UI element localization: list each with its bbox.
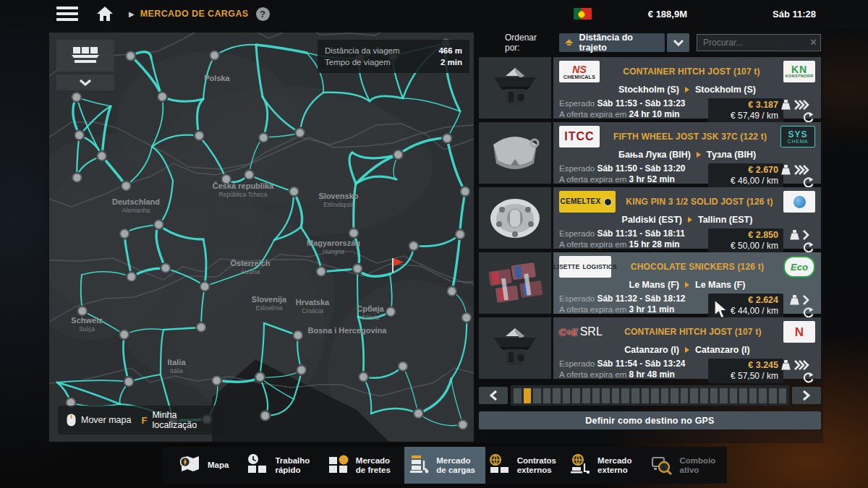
map-city-node[interactable] xyxy=(211,374,223,386)
page-block[interactable] xyxy=(700,388,708,403)
page-block[interactable] xyxy=(631,388,639,403)
map-city-node[interactable] xyxy=(209,50,221,61)
sort-dropdown-button[interactable] xyxy=(667,33,689,52)
page-block[interactable] xyxy=(651,388,659,403)
cargo-offer-row[interactable]: CEMELTEXKING PIN 3 1/2 SOLID JOST (126 t… xyxy=(479,187,821,249)
map-city-node[interactable] xyxy=(392,149,404,160)
map-city-node[interactable] xyxy=(348,227,359,239)
map-city-node[interactable] xyxy=(397,361,409,372)
help-icon[interactable]: ? xyxy=(256,7,270,21)
page-block[interactable] xyxy=(720,388,728,403)
cargo-image-fifth-wheel[interactable] xyxy=(479,122,551,184)
search-input[interactable] xyxy=(697,34,821,51)
map-city-node[interactable] xyxy=(254,372,265,383)
cargo-offer-row[interactable]: LISETTELOGISTICSCHOCOLATE SNICKERS (126 … xyxy=(479,252,821,314)
map-city-node[interactable] xyxy=(125,50,137,61)
page-block[interactable] xyxy=(690,388,698,403)
page-block[interactable] xyxy=(769,388,777,403)
page-block[interactable] xyxy=(681,388,689,403)
map-city-node[interactable] xyxy=(71,91,82,103)
map-city-node[interactable] xyxy=(258,132,269,143)
cargo-image-container-hitch[interactable] xyxy=(479,317,551,379)
map-city-node[interactable] xyxy=(260,410,271,421)
map-city-node[interactable] xyxy=(126,271,137,283)
page-block[interactable] xyxy=(543,388,551,403)
map-city-node[interactable] xyxy=(408,240,420,252)
map-city-node[interactable] xyxy=(195,322,207,333)
tab-mercado-de-fretes[interactable]: Mercado de fretes xyxy=(324,447,404,484)
map-city-node[interactable] xyxy=(288,186,299,197)
tab-trabalho-r-pido[interactable]: Trabalho rápido xyxy=(243,447,323,484)
map-city-node[interactable] xyxy=(156,91,168,103)
clear-search-icon[interactable]: ✕ xyxy=(809,37,817,48)
map-city-node[interactable] xyxy=(120,180,132,192)
map-city-node[interactable] xyxy=(96,150,108,162)
map-city-node[interactable] xyxy=(119,228,130,239)
map-city-node[interactable] xyxy=(243,169,255,181)
set-gps-destination-button[interactable]: Definir como destino no GPS xyxy=(479,411,821,429)
map-city-node[interactable] xyxy=(294,127,306,139)
prev-page-button[interactable] xyxy=(479,387,508,404)
page-block[interactable] xyxy=(642,388,650,403)
page-block[interactable] xyxy=(514,388,522,403)
map-city-node[interactable] xyxy=(412,408,424,419)
page-block[interactable] xyxy=(572,388,580,403)
menu-icon[interactable] xyxy=(56,7,78,21)
map-city-node[interactable] xyxy=(446,286,458,297)
map-panel[interactable]: PolskaDeutschlandAlemanhaČeská republika… xyxy=(49,33,474,442)
map-city-node[interactable] xyxy=(123,376,135,388)
europe-map[interactable]: PolskaDeutschlandAlemanhaČeská republika… xyxy=(49,33,474,442)
page-block[interactable] xyxy=(582,388,590,403)
map-city-node[interactable] xyxy=(357,371,369,382)
map-city-node[interactable] xyxy=(459,186,471,197)
home-icon[interactable] xyxy=(95,5,114,22)
cargo-image-container-hitch[interactable] xyxy=(479,57,551,119)
page-block[interactable] xyxy=(612,388,620,403)
page-block[interactable] xyxy=(749,388,757,403)
tab-mercado-externo[interactable]: Mercado externo xyxy=(566,447,646,484)
map-city-node[interactable] xyxy=(160,262,171,274)
trailer-config-button[interactable] xyxy=(56,40,114,72)
map-city-node[interactable] xyxy=(77,305,88,317)
map-city-node[interactable] xyxy=(74,129,85,141)
map-city-node[interactable] xyxy=(71,172,82,184)
page-block[interactable] xyxy=(621,388,629,403)
cargo-offer-row[interactable]: NSCHEMICALSCONTAINER HITCH JOST (107 t)K… xyxy=(479,57,821,119)
page-block[interactable] xyxy=(661,388,669,403)
map-city-node[interactable] xyxy=(385,306,396,317)
map-city-node[interactable] xyxy=(454,228,466,240)
map-city-node[interactable] xyxy=(352,263,363,275)
map-city-node[interactable] xyxy=(199,281,210,292)
page-block[interactable] xyxy=(710,388,718,403)
next-page-button[interactable] xyxy=(792,387,821,404)
tab-contratos-externos[interactable]: Contratos externos xyxy=(485,447,566,484)
page-block[interactable] xyxy=(739,388,747,403)
page-block[interactable] xyxy=(553,388,561,403)
map-city-node[interactable] xyxy=(457,419,469,430)
cargo-offer-row[interactable]: C+ESRLCONTAINER HITCH JOST (107 t)NCatan… xyxy=(479,317,821,379)
tab-mapa[interactable]: Mapa xyxy=(163,447,243,484)
map-city-node[interactable] xyxy=(193,130,205,142)
page-block[interactable] xyxy=(730,388,738,403)
cargo-image-king-pin[interactable] xyxy=(479,187,551,249)
cargo-image-chocolate[interactable] xyxy=(479,252,551,314)
map-city-node[interactable] xyxy=(292,330,304,341)
page-block[interactable] xyxy=(592,388,600,403)
tab-mercado-de-cargas[interactable]: Mercado de cargas xyxy=(404,447,485,484)
trailer-dropdown-button[interactable] xyxy=(56,74,114,90)
map-city-node[interactable] xyxy=(315,266,327,278)
map-city-node[interactable] xyxy=(461,312,472,323)
page-block[interactable] xyxy=(533,388,541,403)
map-city-node[interactable] xyxy=(296,364,307,376)
map-city-node[interactable] xyxy=(153,219,164,231)
sort-select[interactable]: Distância do trajeto xyxy=(559,33,665,52)
page-block[interactable] xyxy=(671,388,678,403)
page-block[interactable] xyxy=(602,388,610,403)
page-block[interactable] xyxy=(779,388,787,403)
page-block[interactable] xyxy=(563,388,571,403)
cargo-offer-row[interactable]: ITCCFIFTH WHEEL JOST JSK 37C (122 t)SYSC… xyxy=(479,122,821,184)
page-block[interactable] xyxy=(759,388,767,403)
map-city-node[interactable] xyxy=(119,329,130,341)
page-block-active[interactable] xyxy=(524,388,532,403)
map-city-node[interactable] xyxy=(441,132,453,144)
